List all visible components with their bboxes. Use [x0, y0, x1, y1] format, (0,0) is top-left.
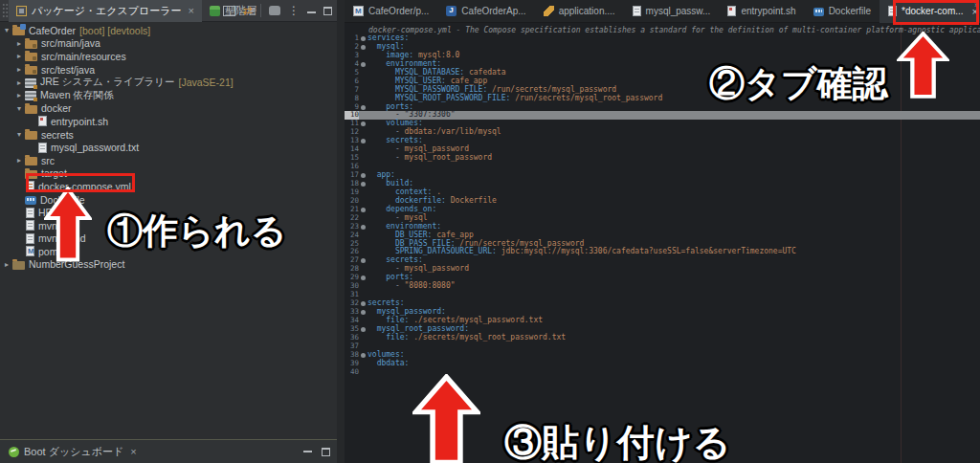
tree-item-src-main-java[interactable]: ▸src/main/java — [0, 37, 337, 51]
maximize-icon[interactable] — [323, 7, 332, 15]
code-line[interactable]: 26 SPRING_DATASOURCE_URL: jdbc:mysql://m… — [345, 248, 980, 256]
code-text: depends_on: — [368, 206, 980, 214]
tree-item-maven-[interactable]: ▸Maven 依存関係 — [0, 89, 337, 102]
tab-boot-dashboard[interactable]: Boot ダッシュボード × — [0, 440, 145, 463]
source-folder-icon — [25, 66, 37, 75]
editor-tab-label: entrypoint.sh — [741, 6, 795, 16]
shell-file-icon — [727, 6, 736, 16]
fold-gutter — [359, 95, 368, 103]
eclipse-workbench: パッケージ・エクスプローラー × 型階層 ⇄ ⋮ ▾CafeOrder [boo… — [0, 0, 980, 463]
fold-marker-icon[interactable] — [359, 43, 368, 52]
fold-marker-icon[interactable] — [359, 274, 368, 282]
fold-gutter — [359, 52, 368, 60]
close-icon[interactable]: × — [130, 446, 136, 457]
focus-on-active-task-icon[interactable] — [269, 6, 280, 15]
tree-item-docker[interactable]: ▾docker — [0, 102, 337, 116]
tree-item-cafeorder[interactable]: ▾CafeOrder [boot] [devtools] — [0, 24, 337, 37]
tree-item-secrets[interactable]: ▾secrets — [0, 128, 337, 142]
tree-item-entrypoint.sh[interactable]: entrypoint.sh — [0, 115, 337, 128]
chevron-expanded-icon[interactable]: ▾ — [14, 104, 24, 113]
code-line[interactable]: 38volumes: — [345, 351, 980, 360]
minimize-icon[interactable] — [307, 11, 316, 13]
editor-tab-cafeorder-p...[interactable]: CafeOrder/p... — [345, 0, 437, 23]
fold-marker-icon[interactable] — [359, 256, 368, 265]
editor-tab-application....[interactable]: application.... — [535, 0, 624, 23]
fold-marker-icon[interactable] — [359, 180, 368, 188]
fold-marker-icon[interactable] — [359, 351, 368, 360]
code-line[interactable]: 39 dbdata: — [345, 360, 980, 368]
code-line[interactable]: 12 - dbdata:/var/lib/mysql — [345, 128, 980, 137]
tree-item-jre-[interactable]: ▸JRE システム・ライブラリー [JavaSE-21] — [0, 76, 337, 89]
tree-item-decoration: [boot] [devtools] — [79, 25, 150, 36]
code-line[interactable]: 21 depends_on: — [345, 206, 980, 214]
chevron-collapsed-icon[interactable]: ▸ — [14, 78, 24, 87]
editor-tab-mysql_passw...[interactable]: mysql_passw... — [624, 0, 720, 23]
fold-gutter — [359, 248, 368, 256]
chevron-collapsed-icon[interactable]: ▸ — [2, 260, 11, 269]
fold-marker-icon[interactable] — [359, 103, 368, 112]
code-line[interactable]: 28 - mysql_password — [345, 265, 980, 274]
tree-item-label: src/test/java — [41, 64, 95, 76]
fold-marker-icon[interactable] — [359, 34, 368, 43]
fold-gutter — [359, 188, 368, 197]
code-line[interactable]: 16 — [345, 163, 980, 171]
fold-marker-icon[interactable] — [359, 325, 368, 334]
code-text: - "3307:3306" — [368, 111, 980, 120]
code-text: secrets: — [368, 299, 980, 308]
tree-item-src[interactable]: ▸src — [0, 154, 337, 167]
code-text: ports: — [368, 274, 980, 282]
library-icon — [25, 91, 36, 100]
code-line[interactable]: 17 app: — [345, 171, 980, 180]
tree-item-mysql_password.txt[interactable]: mysql_password.txt — [0, 141, 337, 154]
fold-marker-icon[interactable] — [359, 60, 368, 69]
code-line[interactable]: 31 — [345, 291, 980, 299]
chevron-expanded-icon[interactable]: ▾ — [14, 130, 24, 139]
fold-marker-icon[interactable] — [359, 308, 368, 317]
code-line[interactable]: 30 - "8080:8080" — [345, 282, 980, 291]
collapse-all-icon[interactable] — [223, 6, 235, 16]
code-text: - mysql — [368, 214, 980, 223]
code-line[interactable]: 15 - mysql_root_password — [345, 154, 980, 163]
docker-file-icon — [25, 196, 36, 205]
fold-marker-icon[interactable] — [359, 137, 368, 145]
editor-tab-dockerfile[interactable]: Dockerfile — [805, 0, 880, 23]
chevron-collapsed-icon[interactable]: ▸ — [14, 156, 24, 165]
chevron-collapsed-icon[interactable]: ▸ — [14, 91, 24, 99]
fold-marker-icon[interactable] — [359, 206, 368, 214]
editor-tab-cafeorderap...[interactable]: CafeOrderAp... — [437, 0, 534, 23]
tree-item-src-main-resources[interactable]: ▸src/main/resources — [0, 50, 337, 63]
view-menu-icon[interactable]: ⋮ — [288, 5, 300, 16]
chevron-collapsed-icon[interactable]: ▸ — [14, 65, 24, 74]
tree-item-label: mysql_password.txt — [51, 142, 139, 153]
code-line[interactable]: 36 file: ./secrets/mysql_root_password.t… — [345, 334, 980, 342]
minimize-icon[interactable] — [303, 451, 312, 452]
fold-marker-icon[interactable] — [359, 171, 368, 180]
close-icon[interactable]: × — [189, 5, 194, 16]
annotation-box-active-tab — [893, 0, 979, 25]
chevron-collapsed-icon[interactable]: ▸ — [14, 52, 24, 60]
code-text: file: ./secrets/mysql_root_password.txt — [368, 334, 980, 342]
code-line[interactable]: 20 dockerfile: Dockerfile — [345, 197, 980, 206]
code-line[interactable]: 37 — [345, 342, 980, 351]
docker-file-icon — [813, 8, 824, 16]
fold-gutter — [359, 265, 368, 274]
tree-item-label: CafeOrder — [29, 25, 76, 36]
code-line[interactable]: 1services: — [345, 34, 980, 43]
code-text: services: — [368, 34, 980, 43]
maximize-icon[interactable] — [322, 448, 330, 456]
code-line[interactable]: 10 - "3307:3306" — [345, 111, 980, 120]
maven-file-icon — [26, 246, 34, 256]
tab-package-explorer[interactable]: パッケージ・エクスプローラー × — [9, 0, 202, 22]
chevron-collapsed-icon[interactable]: ▸ — [14, 39, 24, 48]
drag-handle[interactable] — [2, 3, 9, 18]
chevron-expanded-icon[interactable]: ▾ — [2, 26, 11, 34]
project-icon — [12, 27, 25, 35]
sash-divider[interactable] — [337, 0, 345, 463]
editor-tab-entrypoint.sh[interactable]: entrypoint.sh — [719, 0, 804, 23]
fold-marker-icon[interactable] — [359, 223, 368, 232]
link-with-editor-icon[interactable]: ⇄ — [243, 5, 253, 16]
source-folder-icon — [25, 40, 37, 49]
fold-marker-icon[interactable] — [359, 120, 368, 128]
fold-marker-icon[interactable] — [359, 299, 368, 308]
tree-item-src-test-java[interactable]: ▸src/test/java — [0, 63, 337, 77]
